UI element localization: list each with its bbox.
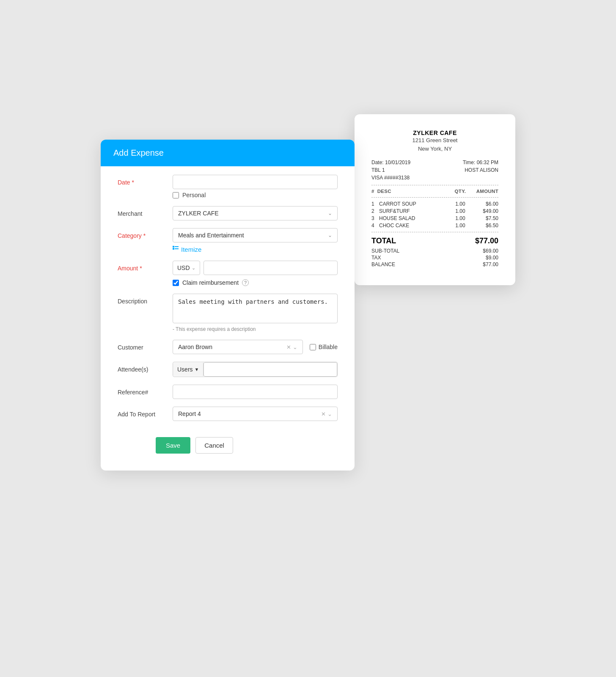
customer-select-wrapper: Aaron Brown ✕ ⌄ bbox=[173, 340, 303, 354]
reference-input[interactable]: EX-260 bbox=[173, 385, 338, 399]
amount-input[interactable]: 77 bbox=[204, 261, 338, 275]
currency-select[interactable]: USD ⌄ bbox=[173, 261, 200, 275]
attendees-type-value: Users bbox=[177, 366, 193, 373]
receipt-item: 2 SURF&TURF 1.00 $49.00 bbox=[371, 208, 498, 214]
save-button[interactable]: Save bbox=[156, 437, 190, 454]
report-label: Add To Report bbox=[118, 407, 173, 418]
report-value: Report 4 bbox=[178, 410, 201, 417]
form-title: Add Expense bbox=[113, 148, 342, 158]
description-textarea[interactable]: Sales meeting with partners and customer… bbox=[173, 294, 338, 323]
category-value: Meals and Entertainment bbox=[178, 232, 244, 239]
help-icon[interactable]: ? bbox=[242, 279, 249, 286]
description-hint: - This expense requires a description bbox=[173, 326, 338, 332]
svg-rect-3 bbox=[175, 248, 179, 249]
date-label: Date * bbox=[118, 175, 173, 186]
report-row: Add To Report Report 4 ✕ ⌄ bbox=[118, 407, 338, 421]
date-input[interactable]: January 10, 2019 bbox=[173, 175, 338, 189]
receipt-host: HOST ALISON bbox=[465, 167, 498, 173]
reference-row: Reference# EX-260 bbox=[118, 385, 338, 399]
customer-row: Customer Aaron Brown ✕ ⌄ Billable bbox=[118, 340, 338, 354]
store-name: ZYLKER CAFE bbox=[371, 129, 498, 136]
currency-chevron-icon: ⌄ bbox=[192, 265, 195, 271]
description-row: Description Sales meeting with partners … bbox=[118, 294, 338, 332]
receipt-balance-label: BALANCE bbox=[371, 261, 395, 267]
receipt-tax: TAX $9.00 bbox=[371, 255, 498, 261]
reference-label: Reference# bbox=[118, 385, 173, 396]
description-label: Description bbox=[118, 294, 173, 305]
customer-value: Aaron Brown bbox=[178, 344, 212, 350]
report-control: Report 4 ✕ ⌄ bbox=[173, 407, 338, 421]
store-address-line2: New York, NY bbox=[371, 145, 498, 153]
receipt-tax-value: $9.00 bbox=[486, 255, 498, 261]
amount-row: Amount * USD ⌄ 77 Claim reimbursement ? bbox=[118, 261, 338, 286]
reimbursement-row: Claim reimbursement ? bbox=[173, 279, 338, 286]
date-row: Date * January 10, 2019 Personal bbox=[118, 175, 338, 198]
customer-select[interactable]: Aaron Brown ✕ ⌄ bbox=[173, 340, 303, 354]
billable-checkbox[interactable] bbox=[310, 344, 316, 350]
receipt-tbl: TBL 1 bbox=[371, 167, 385, 173]
receipt-meta-row1: Date: 10/01/2019 Time: 06:32 PM bbox=[371, 160, 498, 165]
item-name: CHOC CAKE bbox=[379, 223, 450, 228]
item-qty: 1.00 bbox=[450, 223, 471, 228]
col-header-amount: AMOUNT bbox=[471, 189, 498, 194]
personal-label: Personal bbox=[182, 192, 206, 198]
billable-row: Billable bbox=[310, 344, 338, 350]
attendees-input[interactable] bbox=[204, 362, 337, 377]
receipt-time: Time: 06:32 PM bbox=[463, 160, 498, 165]
item-name: CARROT SOUP bbox=[379, 201, 450, 207]
merchant-row: Merchant ZYLKER CAFE ⌄ bbox=[118, 206, 338, 220]
customer-label: Customer bbox=[118, 340, 173, 351]
itemize-button[interactable]: Itemize bbox=[173, 246, 338, 253]
receipt-subtotal: SUB-TOTAL $69.00 bbox=[371, 248, 498, 254]
category-select[interactable]: Meals and Entertainment ⌄ bbox=[173, 228, 338, 242]
attendees-type-select[interactable]: Users ▼ bbox=[173, 363, 204, 376]
amount-label: Amount * bbox=[118, 261, 173, 272]
receipt-subtotal-label: SUB-TOTAL bbox=[371, 248, 399, 254]
receipt-header: ZYLKER CAFE 1211 Green Street New York, … bbox=[371, 129, 498, 153]
receipt-total: TOTAL $77.00 bbox=[371, 237, 498, 245]
form-body: Date * January 10, 2019 Personal Merchan… bbox=[101, 166, 355, 433]
customer-clear-icon[interactable]: ✕ ⌄ bbox=[286, 344, 297, 350]
item-amount: $6.00 bbox=[471, 201, 498, 207]
personal-checkbox-row: Personal bbox=[173, 192, 338, 198]
itemize-icon bbox=[173, 246, 179, 253]
category-chevron-icon: ⌄ bbox=[328, 232, 332, 238]
store-address-line1: 1211 Green Street bbox=[371, 136, 498, 145]
item-qty: 1.00 bbox=[450, 208, 471, 214]
attendees-row: Attendee(s) Users ▼ bbox=[118, 362, 338, 377]
item-num: 3 bbox=[371, 215, 379, 221]
item-num: 2 bbox=[371, 208, 379, 214]
form-buttons: Save Cancel bbox=[101, 437, 355, 454]
receipt-total-value: $77.00 bbox=[475, 237, 498, 245]
claim-reimbursement-checkbox[interactable] bbox=[173, 280, 179, 286]
attendees-type-chevron-icon: ▼ bbox=[195, 367, 199, 372]
col-header-qty: QTY. bbox=[450, 189, 471, 194]
currency-value: USD bbox=[177, 264, 190, 271]
receipt-column-headers: # DESC QTY. AMOUNT bbox=[371, 189, 498, 194]
receipt-item: 1 CARROT SOUP 1.00 $6.00 bbox=[371, 201, 498, 207]
report-select[interactable]: Report 4 ✕ ⌄ bbox=[173, 407, 338, 421]
billable-label: Billable bbox=[319, 344, 338, 350]
itemize-label: Itemize bbox=[181, 246, 201, 253]
attendees-label: Attendee(s) bbox=[118, 362, 173, 373]
receipt-card: ZYLKER CAFE 1211 Green Street New York, … bbox=[355, 114, 515, 285]
reference-control: EX-260 bbox=[173, 385, 338, 399]
report-clear-icon[interactable]: ✕ ⌄ bbox=[321, 411, 332, 417]
item-name: SURF&TURF bbox=[379, 208, 450, 214]
receipt-divider-top bbox=[371, 185, 498, 185]
add-expense-form: Add Expense Date * January 10, 2019 Pers… bbox=[101, 140, 355, 471]
category-label: Category * bbox=[118, 228, 173, 239]
merchant-label: Merchant bbox=[118, 206, 173, 217]
svg-rect-0 bbox=[173, 246, 174, 248]
merchant-select[interactable]: ZYLKER CAFE ⌄ bbox=[173, 206, 338, 220]
personal-checkbox[interactable] bbox=[173, 192, 179, 198]
receipt-item: 4 CHOC CAKE 1.00 $6.50 bbox=[371, 223, 498, 228]
item-amount: $7.50 bbox=[471, 215, 498, 221]
attendees-control: Users ▼ bbox=[173, 362, 338, 377]
cancel-button[interactable]: Cancel bbox=[195, 437, 233, 454]
amount-control: USD ⌄ 77 Claim reimbursement ? bbox=[173, 261, 338, 286]
item-qty: 1.00 bbox=[450, 215, 471, 221]
receipt-balance-value: $77.00 bbox=[483, 261, 498, 267]
item-amount: $49.00 bbox=[471, 208, 498, 214]
claim-label: Claim reimbursement bbox=[182, 279, 239, 286]
